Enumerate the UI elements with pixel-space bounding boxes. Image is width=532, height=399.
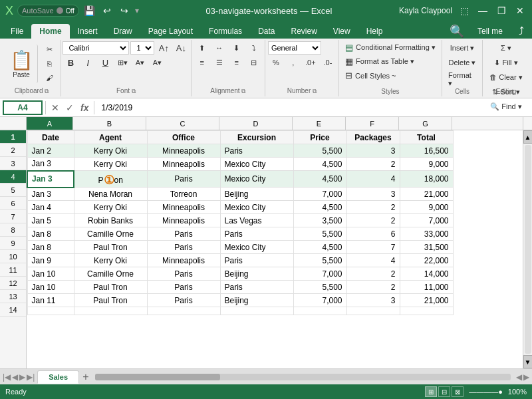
row-header-12[interactable]: 12 <box>0 277 26 290</box>
row-header-10[interactable]: 10 <box>0 250 26 263</box>
autosave-toggle[interactable]: AutoSave Off <box>17 5 79 17</box>
cell-g2[interactable]: 16,500 <box>400 144 453 158</box>
cell-g12[interactable]: 11,000 <box>400 281 453 294</box>
cell-d8[interactable]: Paris <box>220 227 293 241</box>
cell-f8[interactable]: 6 <box>346 227 400 241</box>
cell-f11[interactable]: 2 <box>346 267 400 281</box>
cell-b9[interactable]: Paul Tron <box>74 241 147 254</box>
tab-help[interactable]: Help <box>358 24 391 39</box>
sheet-tab-sales[interactable]: Sales <box>37 370 79 384</box>
restore-button[interactable]: ❐ <box>495 4 508 17</box>
align-top-button[interactable]: ⬆ <box>194 41 210 55</box>
row-header-11[interactable]: 11 <box>0 263 26 277</box>
align-left-button[interactable]: ≡ <box>194 56 210 69</box>
cell-d11[interactable]: Beijing <box>220 267 293 281</box>
cell-f12[interactable]: 2 <box>346 281 400 294</box>
col-header-d[interactable]: D <box>219 117 293 130</box>
cell-a7[interactable]: Jan 5 <box>27 214 74 227</box>
wrap-text-button[interactable]: ⤵ <box>246 41 262 55</box>
cell-b13[interactable]: Paul Tron <box>74 294 147 307</box>
scrollbar-thumb[interactable] <box>525 145 531 354</box>
cell-f7[interactable]: 2 <box>346 214 400 227</box>
row-header-14[interactable]: 14 <box>0 303 26 317</box>
align-middle-button[interactable]: ↔ <box>211 41 227 55</box>
autosum-button[interactable]: Σ ▾ <box>498 41 514 55</box>
cell-e14[interactable] <box>293 307 346 315</box>
header-packages[interactable]: Packages <box>346 131 400 144</box>
sheet-scroll-prev-button[interactable]: ◀ <box>12 372 18 382</box>
cell-b12[interactable]: Paul Tron <box>74 281 147 294</box>
row-header-13[interactable]: 13 <box>0 290 26 303</box>
scrollbar-up-button[interactable]: ▲ <box>523 130 533 144</box>
fill-color-button[interactable]: A▾ <box>132 56 148 69</box>
cell-g14[interactable] <box>400 307 453 315</box>
header-agent[interactable]: Agent <box>74 131 147 144</box>
cell-a3[interactable]: Jan 3 <box>27 158 74 171</box>
zoom-slider[interactable]: ————● <box>469 388 503 396</box>
cell-g4[interactable]: 18,000 <box>400 171 453 188</box>
cell-g7[interactable]: 7,000 <box>400 214 453 227</box>
delete-cells-button[interactable]: Delete ▾ <box>447 56 478 69</box>
col-header-a[interactable]: A <box>27 117 73 130</box>
font-color-button[interactable]: A▾ <box>149 56 165 69</box>
cell-e7[interactable]: 3,500 <box>293 214 346 227</box>
tab-insert[interactable]: Insert <box>70 24 106 39</box>
cell-e3[interactable]: 4,500 <box>293 158 346 171</box>
cell-f2[interactable]: 3 <box>346 144 400 158</box>
cell-b6[interactable]: Kerry Oki <box>74 201 147 214</box>
cell-c3[interactable]: Minneapolis <box>147 158 220 171</box>
cell-a11[interactable]: Jan 10 <box>27 267 74 281</box>
increase-decimal-button[interactable]: .0+ <box>303 56 319 69</box>
cell-c8[interactable]: Paris <box>147 227 220 241</box>
ribbon-display-button[interactable]: ⬚ <box>458 4 471 17</box>
clear-button[interactable]: 🗑 Clear ▾ <box>487 70 524 84</box>
header-excursion[interactable]: Excursion <box>220 131 293 144</box>
tab-file[interactable]: File <box>3 24 31 39</box>
confirm-formula-button[interactable]: ✓ <box>63 102 76 113</box>
cell-c11[interactable]: Paris <box>147 267 220 281</box>
clipboard-expand-icon[interactable]: ⧉ <box>45 88 49 94</box>
cell-f5[interactable]: 3 <box>346 188 400 201</box>
cell-f13[interactable]: 3 <box>346 294 400 307</box>
hscroll-left-button[interactable]: ◀ <box>516 372 522 382</box>
align-bottom-button[interactable]: ⬇ <box>229 41 245 55</box>
percent-button[interactable]: % <box>268 56 284 69</box>
insert-function-button[interactable]: fx <box>78 102 91 113</box>
tab-home[interactable]: Home <box>31 24 69 39</box>
cell-c2[interactable]: Minneapolis <box>147 144 220 158</box>
col-header-c[interactable]: C <box>146 117 219 130</box>
cell-f9[interactable]: 7 <box>346 241 400 254</box>
insert-cells-button[interactable]: Insert ▾ <box>448 41 477 55</box>
cell-g11[interactable]: 14,000 <box>400 267 453 281</box>
save-button[interactable]: 💾 <box>83 4 96 17</box>
cell-b8[interactable]: Camille Orne <box>74 227 147 241</box>
col-header-g[interactable]: G <box>399 117 452 130</box>
row-header-1[interactable]: 1 <box>0 130 26 144</box>
add-sheet-button[interactable]: + <box>79 370 92 384</box>
normal-view-button[interactable]: ⊞ <box>425 386 437 397</box>
row-header-3[interactable]: 3 <box>0 157 26 170</box>
tab-data[interactable]: Data <box>250 24 283 39</box>
cell-e13[interactable]: 7,000 <box>293 294 346 307</box>
cell-g8[interactable]: 33,000 <box>400 227 453 241</box>
cell-e8[interactable]: 5,500 <box>293 227 346 241</box>
hscroll-right-button[interactable]: ▶ <box>523 372 529 382</box>
cell-b10[interactable]: Kerry Oki <box>74 254 147 267</box>
cell-c14[interactable] <box>147 307 220 315</box>
tab-review[interactable]: Review <box>283 24 325 39</box>
cell-a8[interactable]: Jan 8 <box>27 227 74 241</box>
cell-d9[interactable]: Mexico City <box>220 241 293 254</box>
cell-f10[interactable]: 4 <box>346 254 400 267</box>
cell-e2[interactable]: 5,500 <box>293 144 346 158</box>
merge-button[interactable]: ⊟ <box>246 56 262 69</box>
increase-font-button[interactable]: A↑ <box>156 41 172 55</box>
cell-d2[interactable]: Paris <box>220 144 293 158</box>
cell-e6[interactable]: 4,500 <box>293 201 346 214</box>
col-header-f[interactable]: F <box>346 117 399 130</box>
comma-button[interactable]: , <box>285 56 301 69</box>
tab-draw[interactable]: Draw <box>106 24 140 39</box>
col-header-e[interactable]: E <box>293 117 346 130</box>
hscrollbar-track[interactable] <box>95 374 511 380</box>
row-header-7[interactable]: 7 <box>0 210 26 223</box>
cell-e4[interactable]: 4,500 <box>293 171 346 188</box>
